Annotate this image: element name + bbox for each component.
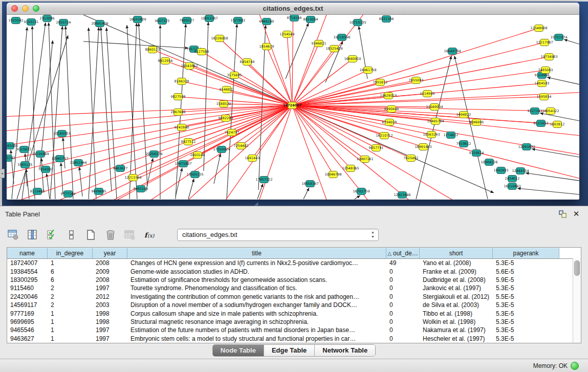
graph-node[interactable]: 2803144 (190, 152, 205, 159)
graph-node[interactable]: 11451944 (70, 160, 86, 166)
table-cell[interactable]: 5.3E-5 (493, 335, 559, 342)
table-cell[interactable]: 1997 (93, 326, 127, 334)
table-cell[interactable]: Disruption of a novel member of a sodium… (127, 301, 386, 309)
graph-node[interactable]: 16961758 (359, 67, 376, 74)
column-header-out_de[interactable]: △out_de… (386, 248, 420, 258)
graph-node[interactable]: 9127508 (194, 49, 209, 55)
table-cell[interactable]: 0 (386, 326, 420, 334)
graph-node[interactable]: 8215953 (534, 120, 549, 127)
graph-node[interactable]: 9827508 (171, 94, 186, 100)
close-panel-icon[interactable]: ✕ (572, 209, 581, 218)
graph-node[interactable]: 18325419 (325, 46, 342, 52)
network-view-window[interactable]: citations_edges.txt 19155429155131231208… (7, 3, 579, 200)
table-cell[interactable]: 0 (386, 301, 420, 309)
table-cell[interactable]: 5.3E-5 (493, 301, 559, 309)
table-cell[interactable]: 5.5E-5 (493, 293, 559, 300)
graph-node[interactable]: 18226058 (211, 35, 228, 42)
table-cell[interactable]: Investigating the contribution of common… (127, 293, 386, 300)
graph-node[interactable]: 11049004 (426, 104, 443, 111)
graph-node[interactable]: 8813054 (303, 16, 318, 23)
graph-node[interactable]: 19218596 (333, 34, 350, 41)
graph-node[interactable]: 9315612 (17, 146, 32, 153)
graph-node[interactable]: 10719135 (349, 19, 366, 26)
graph-node[interactable]: 1691443 (245, 155, 260, 162)
graph-node[interactable]: 9159814 (469, 150, 484, 157)
table-cell[interactable]: 9699695 (7, 318, 48, 325)
graph-node[interactable]: 7600227 (180, 17, 194, 24)
table-mode-button[interactable] (7, 229, 19, 241)
table-cell[interactable]: 0 (386, 268, 420, 275)
graph-node[interactable]: 9699695 (92, 188, 106, 195)
table-cell[interactable]: 1997 (93, 335, 127, 342)
table-cell[interactable]: 1997 (93, 285, 127, 292)
table-cell[interactable]: Hescheler et al. (1997) (420, 335, 493, 342)
graph-node[interactable]: 9607325 (155, 18, 170, 25)
table-cell[interactable]: 2 (48, 301, 93, 309)
column-header-short[interactable]: short (420, 248, 493, 258)
table-cell[interactable]: Nakamura et al. (1997) (420, 326, 493, 334)
graph-node[interactable]: 7254402 (234, 143, 249, 149)
table-cell[interactable]: 5.3E-5 (493, 285, 559, 292)
graph-node[interactable]: 1003812 (550, 121, 565, 128)
table-cell[interactable]: Estimation of the future numbers of pati… (127, 326, 386, 334)
graph-node[interactable]: 5905135 (18, 162, 33, 168)
table-cell[interactable]: Changes of HCN gene expression and I(f) … (127, 259, 386, 267)
table-row[interactable]: 946554611997Estimation of the future num… (7, 326, 581, 334)
float-panel-icon[interactable] (558, 210, 568, 219)
graph-node[interactable]: 8831304 (379, 16, 394, 23)
graph-node[interactable]: 17359924 (213, 146, 230, 153)
network-canvas[interactable]: 1915542915513123120862055724206914061603… (7, 15, 579, 200)
graph-node[interactable]: 11548908 (530, 25, 547, 32)
table-cell[interactable]: 1 (48, 326, 93, 334)
graph-node[interactable]: 1274812 (444, 132, 459, 139)
graph-node[interactable]: 2312086 (40, 15, 55, 22)
graph-node[interactable]: 8905742 (7, 155, 15, 162)
table-cell[interactable]: 5.3E-5 (493, 326, 559, 334)
table-cell[interactable]: 0 (386, 276, 420, 283)
network-window-titlebar[interactable]: citations_edges.txt (7, 3, 579, 15)
graph-node[interactable]: 16033809 (129, 16, 146, 23)
table-cell[interactable]: 1 (48, 335, 93, 342)
graph-node[interactable]: 1514949 (420, 91, 435, 97)
table-cell[interactable]: 6 (48, 268, 93, 275)
graph-node[interactable]: 7919612 (456, 141, 471, 147)
table-cell[interactable]: 1 (48, 310, 93, 317)
table-cell[interactable]: de Silva et al. (2003) (420, 301, 493, 309)
table-cell[interactable]: 22420046 (7, 293, 48, 300)
table-cell[interactable]: 49 (386, 259, 420, 267)
graph-node[interactable]: 10997161 (356, 156, 373, 163)
graph-node[interactable]: 9390448 (384, 106, 399, 113)
table-row[interactable]: 977716911998Corpus callosum shape and si… (7, 309, 581, 317)
select-all-button[interactable] (46, 229, 58, 241)
table-cell[interactable]: Franke et al. (2009) (420, 268, 493, 275)
table-cell[interactable]: 2003 (93, 301, 127, 309)
clear-selection-button[interactable] (66, 229, 78, 241)
column-header-name[interactable]: name (7, 248, 48, 258)
table-cell[interactable]: Structural magnetic resonance image aver… (127, 318, 386, 325)
graph-node[interactable]: 1588520 (216, 101, 231, 107)
graph-node[interactable]: 8427512 (181, 139, 196, 145)
graph-node[interactable]: 2867608 (171, 109, 186, 116)
graph-node[interactable]: 7654303 (38, 166, 53, 173)
table-row[interactable]: 1830029562008Estimation of significance … (7, 276, 581, 284)
table-cell[interactable]: 5.3E-5 (493, 259, 559, 267)
table-cell[interactable]: 9115460 (7, 285, 48, 292)
table-cell[interactable]: 2009 (93, 268, 127, 275)
table-cell[interactable]: Corpus callosum shape and size in male p… (127, 310, 386, 317)
graph-node[interactable]: 17957222 (255, 177, 272, 183)
table-cell[interactable]: 0 (386, 310, 420, 317)
graph-node[interactable]: 9857791 (369, 145, 384, 151)
graph-node[interactable]: 20691406 (91, 20, 108, 27)
graph-node[interactable]: 8454749 (240, 59, 255, 65)
tab-edge-table[interactable]: Edge Table (264, 345, 314, 356)
graph-node[interactable]: 19734983 (540, 54, 557, 60)
table-cell[interactable]: 1 (48, 318, 93, 325)
table-cell[interactable]: 0 (386, 285, 420, 292)
graph-node[interactable]: 8714104 (287, 15, 302, 21)
table-row[interactable]: 946362711997Embryonic stem cells: a mode… (7, 335, 581, 343)
table-cell[interactable]: 5.9E-5 (493, 276, 559, 283)
table-cell[interactable]: 19384554 (7, 268, 48, 275)
table-row[interactable]: 2242004622012Investigating the contribut… (7, 293, 581, 301)
table-cell[interactable]: Tibbo et al. (1998) (420, 310, 493, 317)
panel-collapse-handle[interactable]: ◂ (0, 169, 5, 178)
